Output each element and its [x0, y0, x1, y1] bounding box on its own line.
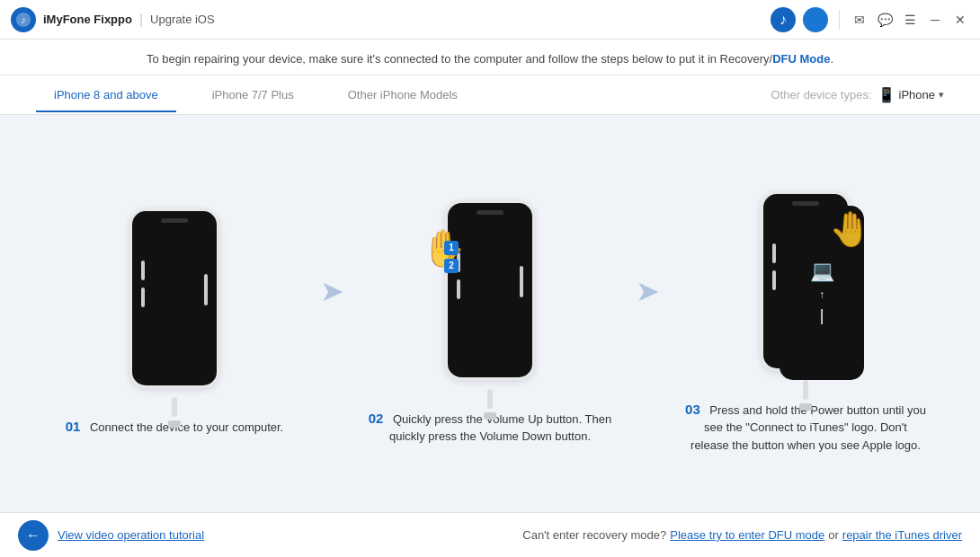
step-1-text: Connect the device to your computer.	[90, 420, 283, 434]
back-arrow-icon: ←	[26, 527, 40, 544]
titlebar-separator	[839, 10, 840, 30]
minimize-button[interactable]: ─	[926, 11, 944, 29]
step-arrow-2: ➤	[636, 274, 660, 308]
window-subtitle: Upgrate iOS	[150, 13, 215, 26]
steps-content: 01 Connect the device to your computer. …	[0, 115, 980, 512]
step-3-num: 03	[685, 402, 700, 417]
step3-vol-down	[772, 270, 776, 290]
step-1-num: 01	[66, 419, 81, 434]
music-icon-btn[interactable]: ♪	[771, 7, 796, 32]
badge-2: 2	[444, 259, 459, 273]
tabs-bar: iPhone 8 and above iPhone 7/7 Plus Other…	[0, 75, 980, 115]
step2-volume-down	[457, 279, 460, 299]
step3-cable-head	[799, 403, 812, 411]
title-divider: |	[139, 12, 143, 28]
step2-cable-head	[484, 412, 496, 420]
video-tutorial-link[interactable]: View video operation tutorial	[58, 528, 204, 542]
volume-down-btn	[141, 287, 145, 307]
hand-left-icon: 🤚	[421, 227, 466, 270]
volume-up-btn	[141, 261, 145, 280]
svg-text:♪: ♪	[21, 14, 26, 25]
tab-other-models[interactable]: Other iPhone Models	[330, 77, 476, 112]
dfu-highlight: DFU Mode	[772, 52, 830, 66]
step3-vol-up	[772, 243, 776, 263]
tab-iphone8-above[interactable]: iPhone 8 and above	[36, 77, 176, 112]
back-button[interactable]: ←	[18, 520, 49, 551]
mail-icon[interactable]: ✉	[851, 11, 869, 29]
chat-icon[interactable]: 💬	[876, 11, 894, 29]
bottom-bar: ← View video operation tutorial Can't en…	[0, 512, 980, 557]
device-type-selector[interactable]: 📱 iPhone ▾	[878, 86, 944, 103]
device-select-label: iPhone	[899, 88, 935, 102]
step-arrow-1: ➤	[320, 274, 344, 308]
avatar-icon-btn[interactable]: 👤	[803, 7, 828, 32]
menu-icon[interactable]: ☰	[901, 11, 919, 29]
titlebar-icons: ♪ 👤 ✉ 💬 ☰ ─ ✕	[771, 7, 969, 32]
step2-cable	[487, 389, 493, 409]
step1-phone	[116, 199, 233, 406]
laptop-icon: 💻	[810, 260, 834, 283]
close-button[interactable]: ✕	[951, 11, 969, 29]
step-2-num: 02	[369, 411, 384, 426]
titlebar: ♪ iMyFone Fixppo | Upgrate iOS ♪ 👤 ✉ 💬 ☰…	[0, 0, 980, 40]
or-separator: or	[828, 528, 839, 542]
dfu-mode-link[interactable]: Please try to enter DFU mode	[670, 528, 824, 542]
step-2-text: Quickly press the Volume Up button. Then…	[389, 412, 611, 444]
instruction-text: To begin repairing your device, make sur…	[147, 52, 833, 66]
step-2-wrapper: 🤚 1 2 02 Quickly press the Volume Up but…	[352, 191, 628, 446]
step-3-wrapper: 💻 ↑ | 🤚 03 Press and hold the Power butt…	[667, 182, 944, 455]
step2-phone: 🤚 1 2	[432, 191, 548, 398]
step1-cable	[172, 397, 177, 417]
instruction-bar: To begin repairing your device, make sur…	[0, 40, 980, 75]
other-device-label: Other device types:	[771, 88, 872, 102]
step3-cable	[803, 380, 808, 400]
hand-right-icon: 🤚	[829, 209, 871, 249]
step2-power	[520, 266, 523, 297]
device-phone-icon: 📱	[878, 86, 895, 103]
step3-phone: 💻 ↑ | 🤚	[747, 182, 864, 389]
step-3-text: Press and hold the Power button until yo…	[690, 403, 926, 452]
step2-badges: 1 2	[444, 241, 459, 273]
badge-1: 1	[444, 241, 459, 255]
cable-icon: |	[820, 306, 824, 325]
step1-cable-head	[168, 420, 181, 428]
cant-enter-label: Can't enter recovery mode?	[522, 528, 666, 542]
main-content: To begin repairing your device, make sur…	[0, 40, 980, 557]
power-btn	[204, 274, 208, 305]
step-1-wrapper: 01 Connect the device to your computer.	[36, 199, 313, 437]
arrow-up-icon: ↑	[819, 288, 824, 301]
itunes-driver-link[interactable]: repair the iTunes driver	[842, 528, 962, 542]
tab-iphone7[interactable]: iPhone 7/7 Plus	[194, 77, 312, 112]
step1-phone-body	[129, 208, 219, 388]
chevron-down-icon: ▾	[939, 89, 944, 101]
app-logo: ♪	[11, 7, 36, 32]
app-name: iMyFone Fixppo	[43, 13, 132, 26]
